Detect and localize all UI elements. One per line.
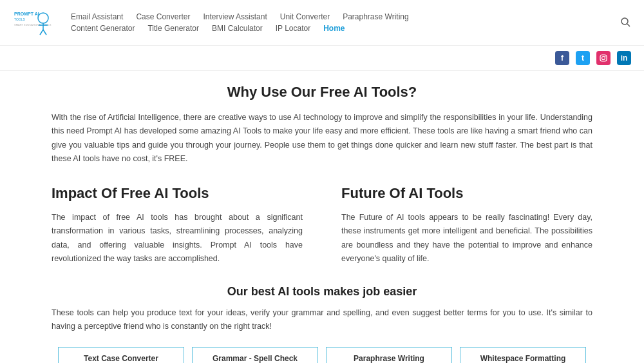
impact-text: The impact of free AI tools has brought … [52, 211, 303, 266]
svg-line-6 [40, 30, 43, 35]
tool-card-grammar[interactable]: Grammar - Spell Check language mastery, … [192, 347, 318, 364]
tool-card-text-case[interactable]: Text Case Converter Your Go-To Text Case… [58, 347, 184, 364]
nav-unit-converter[interactable]: Unit Converter [280, 12, 330, 21]
impact-future-row: Impact Of Free AI Tools The impact of fr… [52, 185, 592, 266]
logo-icon: PROMPT AI TOOLS SMART EDUCATIONAL TOOLS [13, 6, 52, 39]
why-title: Why Use Our Free AI Tools? [52, 84, 592, 101]
nav-home[interactable]: Home [323, 24, 345, 33]
svg-text:TOOLS: TOOLS [14, 17, 26, 21]
future-text: The Future of AI tools appears to be rea… [341, 211, 592, 266]
svg-text:PROMPT AI: PROMPT AI [14, 12, 39, 16]
why-section: Why Use Our Free AI Tools? With the rise… [52, 84, 592, 166]
tools-grid: Text Case Converter Your Go-To Text Case… [58, 347, 586, 364]
linkedin-icon[interactable]: in [617, 51, 631, 65]
tool-card-whitespace-title: Whitespace Formatting [468, 354, 578, 363]
tool-card-grammar-title: Grammar - Spell Check [200, 354, 310, 363]
svg-point-11 [602, 57, 605, 60]
svg-rect-10 [600, 55, 607, 61]
svg-point-12 [605, 56, 605, 57]
svg-point-8 [621, 18, 628, 25]
future-col: Future Of AI Tools The Future of AI tool… [341, 185, 592, 266]
nav-email-assistant[interactable]: Email Assistant [71, 12, 123, 21]
nav-paraphrase-writing[interactable]: Paraphrase Writing [343, 12, 409, 21]
twitter-icon[interactable]: t [576, 51, 590, 65]
nav-area: Email Assistant Case Converter Interview… [71, 12, 621, 33]
search-button[interactable] [621, 17, 631, 28]
nav-bmi-calculator[interactable]: BMI Calculator [212, 24, 263, 33]
social-bar: f t in [0, 46, 644, 71]
header: PROMPT AI TOOLS SMART EDUCATIONAL TOOLS … [0, 0, 644, 46]
svg-line-7 [43, 30, 46, 35]
nav-ip-locator[interactable]: IP Locator [276, 24, 310, 33]
future-title: Future Of AI Tools [341, 185, 592, 202]
nav-title-generator[interactable]: Title Generator [147, 24, 199, 33]
tool-card-text-case-title: Text Case Converter [66, 354, 176, 363]
impact-title: Impact Of Free AI Tools [52, 185, 303, 202]
best-tools-title: Our best AI tools makes job easier [52, 285, 592, 299]
svg-point-3 [38, 13, 48, 23]
facebook-icon[interactable]: f [555, 51, 569, 65]
impact-col: Impact Of Free AI Tools The impact of fr… [52, 185, 303, 266]
instagram-icon[interactable] [596, 51, 611, 65]
nav-top-row: Email Assistant Case Converter Interview… [71, 12, 621, 21]
best-tools-section: Our best AI tools makes job easier These… [52, 285, 592, 334]
best-tools-text: These tools can help you produce text fo… [52, 306, 592, 334]
nav-bottom-row: Content Generator Title Generator BMI Ca… [71, 24, 621, 33]
tool-card-paraphrase-title: Paraphrase Writing [334, 354, 444, 363]
why-text: With the rise of Artificial Intelligence… [52, 111, 592, 166]
nav-content-generator[interactable]: Content Generator [71, 24, 135, 33]
nav-case-converter[interactable]: Case Converter [136, 12, 190, 21]
logo-area: PROMPT AI TOOLS SMART EDUCATIONAL TOOLS [13, 6, 52, 39]
tool-card-whitespace[interactable]: Whitespace Formatting Conquering Whitesp… [460, 347, 586, 364]
instagram-svg [600, 54, 607, 62]
main-content: Why Use Our Free AI Tools? With the rise… [0, 71, 644, 363]
svg-line-9 [627, 24, 630, 26]
nav-interview-assistant[interactable]: Interview Assistant [203, 12, 267, 21]
tool-card-paraphrase[interactable]: Paraphrase Writing ideas renewed, words … [326, 347, 452, 364]
search-icon [621, 17, 631, 28]
